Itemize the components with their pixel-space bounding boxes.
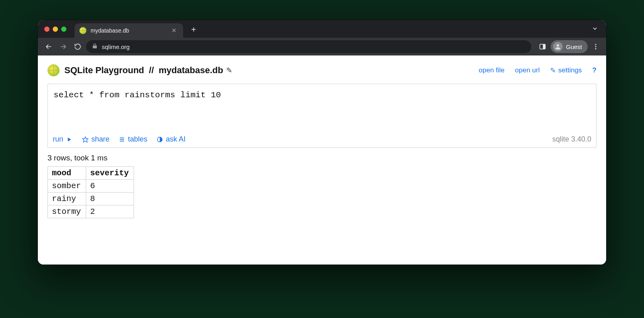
profile-label: Guest bbox=[566, 43, 582, 50]
help-link[interactable]: ? bbox=[592, 66, 597, 74]
svg-point-4 bbox=[557, 44, 559, 47]
settings-link[interactable]: ✎ settings bbox=[550, 66, 582, 75]
ai-icon bbox=[156, 136, 163, 143]
page-header: SQLite Playground // mydatabase.db ✎ ope… bbox=[47, 64, 597, 76]
profile-button[interactable]: Guest bbox=[551, 40, 588, 53]
table-cell: 8 bbox=[86, 193, 134, 205]
nav-reload-button[interactable] bbox=[72, 41, 84, 53]
nav-forward-button[interactable] bbox=[57, 41, 69, 53]
tables-label: tables bbox=[128, 135, 147, 144]
window-maximize-button[interactable] bbox=[61, 27, 66, 32]
editor-toolbar: run share tables bbox=[48, 132, 596, 148]
ask-ai-button[interactable]: ask AI bbox=[156, 135, 186, 144]
result-status: 3 rows, took 1 ms bbox=[47, 154, 597, 162]
header-links: open file open url ✎ settings ? bbox=[479, 66, 597, 75]
svg-point-5 bbox=[595, 44, 597, 45]
column-header: mood bbox=[48, 167, 86, 180]
lock-icon bbox=[92, 43, 98, 50]
title-separator: // bbox=[149, 65, 154, 76]
side-panel-button[interactable] bbox=[537, 41, 548, 52]
share-button[interactable]: share bbox=[82, 135, 109, 144]
nav-back-button[interactable] bbox=[43, 41, 55, 53]
table-row: somber6 bbox=[48, 180, 134, 193]
app-logo-icon bbox=[47, 64, 60, 76]
table-cell: somber bbox=[48, 180, 86, 193]
tab-bar: mydatabase.db ✕ ＋ bbox=[38, 20, 606, 38]
tab-close-button[interactable]: ✕ bbox=[171, 27, 178, 34]
tabs-overflow-button[interactable] bbox=[588, 25, 601, 33]
new-tab-button[interactable]: ＋ bbox=[186, 24, 201, 35]
share-label: share bbox=[91, 135, 109, 144]
browser-window: mydatabase.db ✕ ＋ sqlime.org bbox=[38, 20, 606, 265]
settings-label: settings bbox=[558, 66, 582, 74]
svg-rect-3 bbox=[543, 44, 545, 49]
table-row: rainy8 bbox=[48, 193, 134, 205]
window-close-button[interactable] bbox=[44, 27, 50, 32]
address-bar: sqlime.org Guest bbox=[38, 38, 606, 55]
open-file-link[interactable]: open file bbox=[479, 66, 504, 74]
result-table: moodseverity somber6rainy8stormy2 bbox=[47, 166, 134, 218]
star-icon bbox=[82, 136, 89, 143]
tables-button[interactable]: tables bbox=[118, 135, 147, 144]
engine-version: sqlite 3.40.0 bbox=[552, 135, 591, 144]
svg-marker-8 bbox=[68, 137, 71, 141]
sql-input[interactable] bbox=[48, 84, 596, 132]
ask-ai-label: ask AI bbox=[166, 135, 186, 144]
settings-icon: ✎ bbox=[550, 66, 556, 75]
run-label: run bbox=[53, 135, 63, 144]
database-name: mydatabase.db bbox=[159, 65, 223, 76]
favicon-icon bbox=[79, 27, 87, 34]
page-content: SQLite Playground // mydatabase.db ✎ ope… bbox=[38, 55, 606, 265]
window-controls bbox=[44, 27, 66, 32]
rename-db-button[interactable]: ✎ bbox=[226, 66, 232, 75]
sql-editor-panel: run share tables bbox=[47, 84, 597, 148]
result-header-row: moodseverity bbox=[48, 167, 134, 180]
table-cell: 6 bbox=[86, 180, 134, 193]
table-cell: 2 bbox=[86, 205, 134, 218]
column-header: severity bbox=[86, 167, 134, 180]
run-button[interactable]: run bbox=[53, 135, 73, 144]
open-url-link[interactable]: open url bbox=[515, 66, 540, 74]
app-title: SQLite Playground bbox=[64, 65, 144, 76]
url-field[interactable]: sqlime.org bbox=[86, 40, 531, 53]
svg-marker-9 bbox=[83, 137, 88, 142]
avatar-icon bbox=[553, 42, 563, 51]
window-minimize-button[interactable] bbox=[53, 27, 58, 32]
table-cell: stormy bbox=[48, 205, 86, 218]
table-cell: rainy bbox=[48, 193, 86, 205]
tab-title: mydatabase.db bbox=[91, 27, 167, 34]
svg-point-6 bbox=[595, 46, 597, 47]
list-icon bbox=[118, 136, 126, 143]
play-icon bbox=[66, 136, 73, 143]
table-row: stormy2 bbox=[48, 205, 134, 218]
browser-menu-button[interactable] bbox=[590, 43, 601, 50]
svg-point-7 bbox=[595, 48, 597, 49]
browser-tab[interactable]: mydatabase.db ✕ bbox=[74, 23, 183, 38]
url-text: sqlime.org bbox=[102, 43, 130, 50]
